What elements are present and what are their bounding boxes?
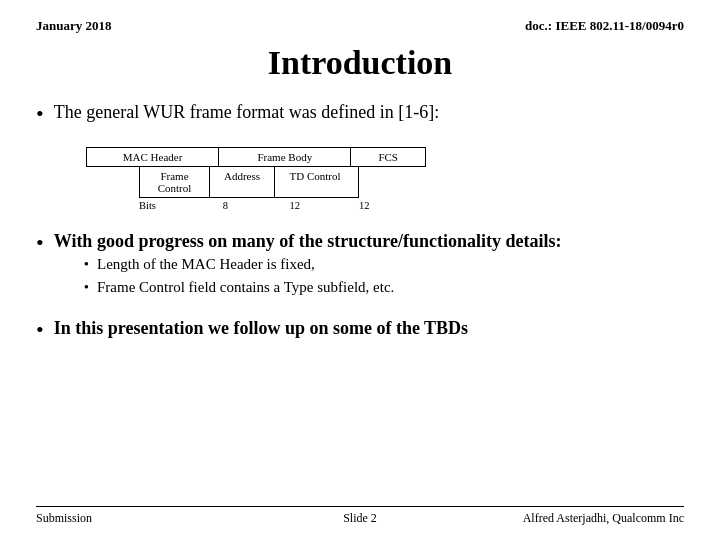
content-area: • The general WUR frame format was defin… bbox=[36, 100, 684, 506]
bits-label: Bits bbox=[139, 200, 191, 211]
sub-dot-0: • bbox=[84, 254, 89, 275]
footer-center: Slide 2 bbox=[252, 511, 468, 526]
bits-val-0: 8 bbox=[191, 200, 260, 211]
bits-val-1: 12 bbox=[260, 200, 329, 211]
footer-left: Submission bbox=[36, 511, 252, 526]
frame-control-cell: Frame Control bbox=[140, 167, 210, 197]
td-control-cell: TD Control bbox=[275, 167, 355, 197]
sub-dot-1: • bbox=[84, 277, 89, 298]
frame-body-cell: Frame Body bbox=[219, 148, 351, 166]
address-cell: Address bbox=[210, 167, 275, 197]
bullet-2-content: With good progress on many of the struct… bbox=[54, 229, 562, 298]
header-bar: January 2018 doc.: IEEE 802.11-18/0094r0 bbox=[36, 18, 684, 34]
bullet-3: • In this presentation we follow up on s… bbox=[36, 316, 684, 345]
title-section: Introduction bbox=[36, 44, 684, 82]
sub-bullet-1: • Frame Control field contains a Type su… bbox=[84, 277, 562, 298]
header-right: doc.: IEEE 802.11-18/0094r0 bbox=[525, 18, 684, 34]
footer-right: Alfred Asterjadhi, Qualcomm Inc bbox=[468, 511, 684, 526]
bullet-2: • With good progress on many of the stru… bbox=[36, 229, 684, 298]
sub-bullet-0: • Length of the MAC Header is fixed, bbox=[84, 254, 562, 275]
slide-title: Introduction bbox=[268, 44, 453, 81]
sub-text-1: Frame Control field contains a Type subf… bbox=[97, 277, 394, 298]
bullet-1-text: The general WUR frame format was defined… bbox=[54, 100, 440, 125]
bullet-dot-3: • bbox=[36, 316, 44, 345]
frame-top-row: MAC Header Frame Body FCS bbox=[86, 147, 426, 167]
frame-diagram: MAC Header Frame Body FCS Frame Control … bbox=[86, 147, 684, 211]
bullet-1: • The general WUR frame format was defin… bbox=[36, 100, 684, 129]
bits-row: Bits 8 12 12 bbox=[139, 200, 399, 211]
bullet-dot-1: • bbox=[36, 100, 44, 129]
bullet-3-text: In this presentation we follow up on som… bbox=[54, 316, 468, 341]
bits-spacer bbox=[86, 167, 138, 171]
frame-bottom-row: Frame Control Address TD Control bbox=[139, 167, 359, 198]
fcs-cell: FCS bbox=[351, 148, 425, 166]
sub-text-0: Length of the MAC Header is fixed, bbox=[97, 254, 315, 275]
sub-bullets: • Length of the MAC Header is fixed, • F… bbox=[84, 254, 562, 298]
bullet-2-text: With good progress on many of the struct… bbox=[54, 231, 562, 251]
footer-bar: Submission Slide 2 Alfred Asterjadhi, Qu… bbox=[36, 506, 684, 526]
header-left: January 2018 bbox=[36, 18, 111, 34]
mac-header-cell: MAC Header bbox=[87, 148, 219, 166]
frame-bottom-area: Frame Control Address TD Control Bits 8 … bbox=[86, 167, 684, 211]
slide: January 2018 doc.: IEEE 802.11-18/0094r0… bbox=[0, 0, 720, 540]
bullet-dot-2: • bbox=[36, 229, 44, 258]
frame-bottom-section: Frame Control Address TD Control Bits 8 … bbox=[138, 167, 399, 211]
bits-val-2: 12 bbox=[330, 200, 399, 211]
